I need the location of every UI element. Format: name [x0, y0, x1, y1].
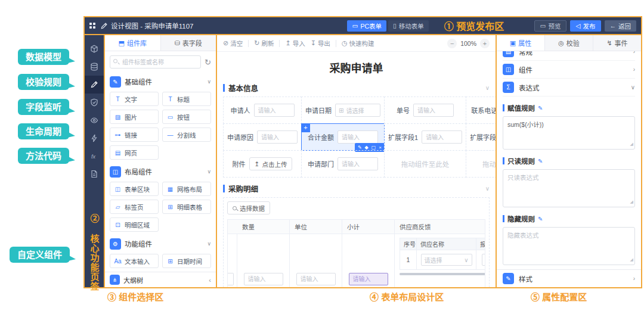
- delete-icon[interactable]: ×: [379, 145, 382, 150]
- component-item-webpage[interactable]: ▤网页: [110, 145, 159, 160]
- tab-component-library[interactable]: ⬒组件库: [105, 35, 160, 51]
- unit-input[interactable]: [296, 273, 336, 285]
- edit-icon[interactable]: ✎: [538, 216, 543, 222]
- ext1-input[interactable]: [422, 130, 462, 144]
- tab-properties[interactable]: ▣属性: [497, 35, 544, 51]
- section-style[interactable]: ✎ 样式 ›: [497, 269, 641, 287]
- applicant-input[interactable]: [254, 104, 295, 117]
- lifecycle-lightning-icon[interactable]: [85, 129, 104, 147]
- callout-lifecycle: 生命周期: [18, 123, 69, 139]
- assign-rule-textarea[interactable]: sum($(小计)): [503, 116, 635, 150]
- field-reason[interactable]: 申请原因: [223, 123, 302, 151]
- zoom-out-button[interactable]: −: [447, 39, 457, 48]
- collapse-panel-icon[interactable]: ‹: [209, 276, 211, 284]
- section-function-components[interactable]: ⚙ 功能组件 ∨: [110, 236, 211, 251]
- component-item-grid-layout[interactable]: ▦网格布局: [162, 182, 211, 196]
- validation-shield-icon[interactable]: [85, 94, 104, 111]
- import-button[interactable]: ↥导入: [285, 39, 305, 48]
- cell-quantity[interactable]: [237, 234, 290, 287]
- apps-grid-icon[interactable]: [89, 23, 95, 29]
- component-item-datetime[interactable]: ⊞日期时间: [162, 254, 211, 268]
- order-no-input[interactable]: [413, 104, 454, 117]
- method-code-fx-icon[interactable]: fx: [85, 147, 104, 165]
- section-basic-components[interactable]: ✎ 基础组件 ∨: [110, 74, 211, 89]
- field-ext2[interactable]: 扩展字段2 − +: [466, 123, 496, 151]
- edit-icon[interactable]: ✎: [538, 158, 543, 164]
- field-phone[interactable]: 联系电话: [466, 97, 496, 124]
- tab-table-fields[interactable]: ⛁表字段: [160, 35, 216, 51]
- clear-button[interactable]: ⊘清空: [223, 39, 243, 48]
- refresh-icon[interactable]: ↻: [205, 58, 211, 67]
- export-button[interactable]: ↧导出: [311, 39, 330, 48]
- component-item-form-block[interactable]: ◫表单区块: [110, 182, 159, 196]
- chevron-down-icon[interactable]: ∨: [485, 185, 490, 192]
- cell-subtotal[interactable]: [342, 234, 395, 287]
- copy-icon[interactable]: ▢: [371, 145, 376, 150]
- edit-icon[interactable]: ✎: [538, 105, 543, 111]
- section-expression[interactable]: Σ 表达式 ∨: [503, 79, 635, 97]
- property-panel: ▣属性 ◎校验 ↯事件 ▤ 常规 › ◫: [496, 34, 642, 288]
- component-item-divider[interactable]: —分割线: [162, 127, 211, 142]
- field-total-amount-selected[interactable]: + 合计金额 ✎ ◆ ▢ ×: [301, 123, 385, 151]
- hidden-rule-textarea[interactable]: [503, 227, 635, 265]
- zoom-in-button[interactable]: +: [480, 39, 490, 48]
- publish-button[interactable]: ◁发布: [570, 20, 600, 32]
- field-ext1[interactable]: 扩展字段1: [384, 123, 466, 151]
- upload-button[interactable]: ↥ 点击上传: [249, 157, 293, 170]
- chevron-down-icon[interactable]: ∨: [485, 85, 490, 91]
- field-apply-date[interactable]: 申请日期 ⊞ 请选择: [301, 97, 385, 124]
- component-item-text-input[interactable]: Aa文本输入: [110, 254, 159, 268]
- partial-input[interactable]: [228, 273, 234, 285]
- component-item-text[interactable]: T文字: [110, 92, 159, 106]
- preview-button[interactable]: ▭预览: [534, 20, 567, 32]
- component-item-link[interactable]: ⊶链接: [110, 127, 159, 142]
- field-department[interactable]: 申请部门: [301, 150, 385, 178]
- component-item-image[interactable]: ▨图片: [110, 110, 159, 124]
- data-model-database-icon[interactable]: [85, 58, 104, 76]
- custom-component-doc-icon[interactable]: [85, 165, 104, 183]
- refresh-button[interactable]: ↻刷新: [254, 39, 274, 48]
- readonly-rule-textarea[interactable]: [503, 169, 635, 207]
- edit-icon[interactable]: ✎: [358, 145, 362, 150]
- tab-events[interactable]: ↯事件: [593, 35, 641, 51]
- cell-unit[interactable]: [290, 234, 342, 287]
- quick-build-button[interactable]: ◷快速构建: [342, 39, 374, 48]
- tab-validation[interactable]: ◎校验: [544, 35, 593, 51]
- section-layout-components[interactable]: ◫ 布局组件 ∨: [110, 164, 211, 179]
- department-input[interactable]: [338, 157, 378, 170]
- quote-input[interactable]: [482, 254, 486, 266]
- section-general[interactable]: ▤ 常规 ›: [503, 51, 635, 61]
- component-item-detail-table[interactable]: ⊞明细表格: [162, 200, 211, 214]
- calendar-icon: ⊞: [339, 107, 343, 114]
- back-button[interactable]: ←返回: [605, 20, 637, 32]
- supplier-select[interactable]: 请选择 ∨: [421, 254, 472, 266]
- select-data-button[interactable]: 选择数据: [227, 201, 270, 214]
- format-brush-icon[interactable]: ◆: [365, 145, 369, 150]
- total-amount-input[interactable]: [338, 130, 378, 144]
- apply-date-picker[interactable]: ⊞ 请选择: [335, 104, 380, 117]
- field-attachment[interactable]: 附件 ↥ 点击上传: [223, 150, 302, 178]
- mobile-form-button[interactable]: ▯移动表单: [388, 20, 429, 32]
- scrollbar-thumb[interactable]: [400, 273, 485, 275]
- move-handle-icon[interactable]: +: [301, 123, 310, 132]
- design-pen-icon[interactable]: [85, 76, 104, 94]
- subtotal-input-highlighted[interactable]: [349, 273, 388, 285]
- component-item-tab-page[interactable]: ▱标签页: [110, 200, 159, 214]
- horizontal-scrollbar[interactable]: [400, 273, 485, 275]
- component-item-button[interactable]: ▭按钮: [162, 110, 211, 124]
- pc-form-button[interactable]: ▭PC表单: [347, 20, 386, 32]
- quantity-input[interactable]: [244, 273, 283, 285]
- section-component[interactable]: ◫ 组件 ›: [503, 61, 635, 79]
- reason-input[interactable]: [257, 130, 298, 144]
- outline-tree-bar[interactable]: ⋔ 大纲树 ‹: [105, 272, 216, 287]
- components-cube-icon[interactable]: [85, 40, 104, 58]
- empty-drop-zone[interactable]: 拖动组件至此处: [466, 150, 496, 178]
- component-search-input[interactable]: [110, 55, 201, 69]
- field-watch-eye-icon[interactable]: [85, 111, 104, 129]
- nested-column-index: 序号: [400, 238, 417, 250]
- field-applicant[interactable]: 申请人: [223, 97, 302, 124]
- field-order-no[interactable]: 单号: [384, 97, 466, 124]
- component-item-title[interactable]: T标题: [162, 92, 211, 106]
- empty-drop-zone[interactable]: 拖动组件至此处: [384, 150, 466, 178]
- component-item-detail-area[interactable]: ⊡明细区域: [110, 217, 159, 232]
